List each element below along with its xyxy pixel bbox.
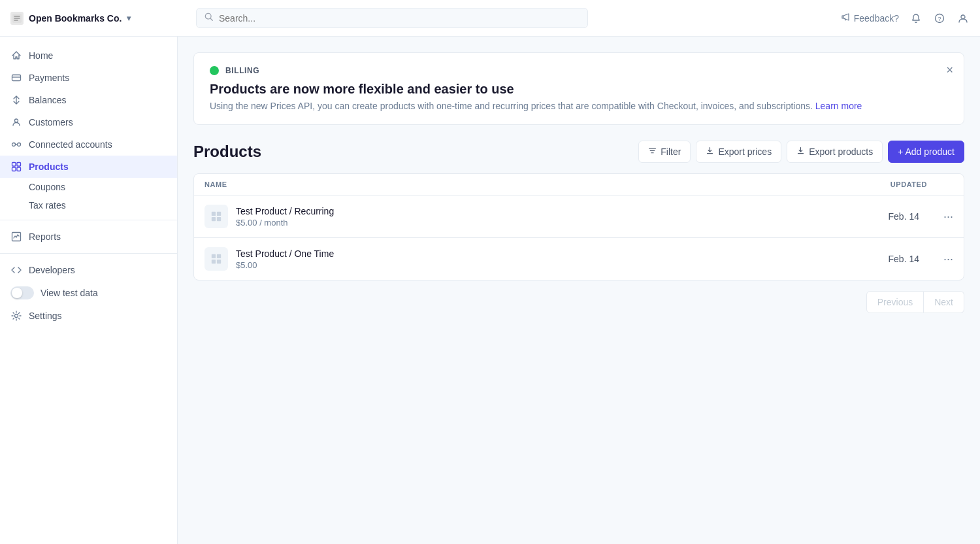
export-products-icon [796,146,805,157]
balances-icon [10,94,22,106]
sidebar-item-reports[interactable]: Reports [0,226,177,248]
filter-icon [648,146,657,157]
sidebar-item-home[interactable]: Home [0,44,177,67]
previous-button[interactable]: Previous [866,291,924,313]
sidebar-item-label: Connected accounts [29,139,112,150]
brand-icon [10,12,24,25]
products-title: Products [193,143,261,161]
col-name-header: NAME [204,180,823,188]
search-icon [204,12,214,24]
brand-chevron: ▾ [127,14,131,23]
sidebar-item-products[interactable]: Products [0,156,177,178]
product-updated: Feb. 14 [815,211,919,222]
svg-text:?: ? [938,16,941,22]
svg-rect-11 [12,167,16,171]
search-bar[interactable] [196,8,588,28]
sidebar-item-label: Customers [29,117,73,128]
notifications-icon[interactable] [909,12,923,25]
svg-rect-5 [12,75,21,81]
export-prices-button[interactable]: Export prices [696,141,781,163]
svg-rect-15 [212,212,216,216]
payments-icon [10,72,22,84]
search-input[interactable] [219,13,580,24]
main-content: BILLING Products are now more flexible a… [178,37,980,544]
sidebar-item-label: Home [29,50,53,61]
product-info: Test Product / One Time $5.00 [236,248,807,270]
sidebar-divider-2 [0,253,177,254]
feedback-label: Feedback? [854,13,899,24]
sidebar-item-label: Tax rates [29,200,66,211]
settings-icon [10,310,22,322]
sidebar-item-label: Payments [29,73,69,83]
customers-icon [10,116,22,128]
view-test-data-label: View test data [41,288,98,298]
products-icon [10,161,22,173]
connected-accounts-icon [10,139,22,150]
svg-point-8 [18,143,21,146]
sidebar-item-coupons[interactable]: Coupons [0,178,177,196]
svg-rect-16 [217,212,221,216]
sidebar-item-label: Settings [29,311,62,321]
table-row[interactable]: Test Product / Recurring $5.00 / month F… [194,196,964,238]
banner-header: BILLING [210,66,948,75]
sidebar-item-balances[interactable]: Balances [0,89,177,111]
product-icon [204,205,228,228]
table-row[interactable]: Test Product / One Time $5.00 Feb. 14 ··… [194,238,964,280]
sidebar-item-label: Products [29,162,69,172]
view-test-data-row: View test data [0,281,177,305]
pagination: Previous Next [193,291,964,313]
sidebar-item-connected-accounts[interactable]: Connected accounts [0,133,177,156]
sidebar-item-payments[interactable]: Payments [0,67,177,89]
filter-button[interactable]: Filter [638,141,691,163]
toggle-knob [12,288,22,298]
megaphone-icon [841,12,851,24]
product-name: Test Product / Recurring [236,206,807,216]
product-menu-button[interactable]: ··· [927,210,953,224]
svg-rect-17 [212,217,216,221]
sidebar-item-settings[interactable]: Settings [0,305,177,327]
product-price: $5.00 [236,260,807,270]
svg-point-7 [12,143,16,146]
sidebar-item-tax-rates[interactable]: Tax rates [0,196,177,214]
banner-learn-more-link[interactable]: Learn more [815,101,862,111]
view-test-data-toggle[interactable] [10,286,34,299]
brand-logo[interactable]: Open Bookmarks Co. ▾ [10,12,188,25]
sidebar-item-label: Balances [29,95,67,105]
svg-rect-18 [217,217,221,221]
export-prices-icon [706,146,714,157]
svg-rect-10 [17,163,21,167]
table-header: NAME UPDATED [194,174,964,196]
banner-heading: Products are now more flexible and easie… [210,82,948,97]
col-updated-header: UPDATED [823,180,927,188]
svg-point-6 [15,119,18,122]
sidebar-item-customers[interactable]: Customers [0,111,177,133]
product-info: Test Product / Recurring $5.00 / month [236,206,807,228]
help-icon[interactable]: ? [933,12,946,25]
sidebar-divider [0,220,177,220]
banner-text: Using the new Prices API, you can create… [210,101,948,111]
product-menu-button[interactable]: ··· [927,252,953,266]
billing-banner: BILLING Products are now more flexible a… [193,52,964,125]
user-avatar[interactable] [956,12,970,25]
add-product-button[interactable]: + Add product [888,141,964,163]
banner-tag: BILLING [225,66,259,75]
products-section-header: Products Filter Export prices [193,141,964,163]
products-actions: Filter Export prices Export products + A… [638,141,964,163]
svg-rect-20 [217,254,221,258]
next-button[interactable]: Next [924,291,964,313]
svg-point-14 [15,314,18,318]
feedback-button[interactable]: Feedback? [841,12,899,24]
svg-rect-12 [17,167,21,171]
svg-rect-19 [212,254,216,258]
svg-rect-21 [212,260,216,264]
home-icon [10,50,22,61]
sidebar-item-developers[interactable]: Developers [0,259,177,281]
brand-name: Open Bookmarks Co. [29,13,122,24]
banner-close-button[interactable]: × [946,63,953,77]
topbar-actions: Feedback? ? [841,12,970,25]
sidebar: Home Payments Balances Customers Connect… [0,37,178,544]
products-table: NAME UPDATED Test Product / Recurring $5… [193,173,964,280]
product-name: Test Product / One Time [236,248,807,259]
export-products-button[interactable]: Export products [787,141,883,163]
product-updated: Feb. 14 [815,254,919,264]
